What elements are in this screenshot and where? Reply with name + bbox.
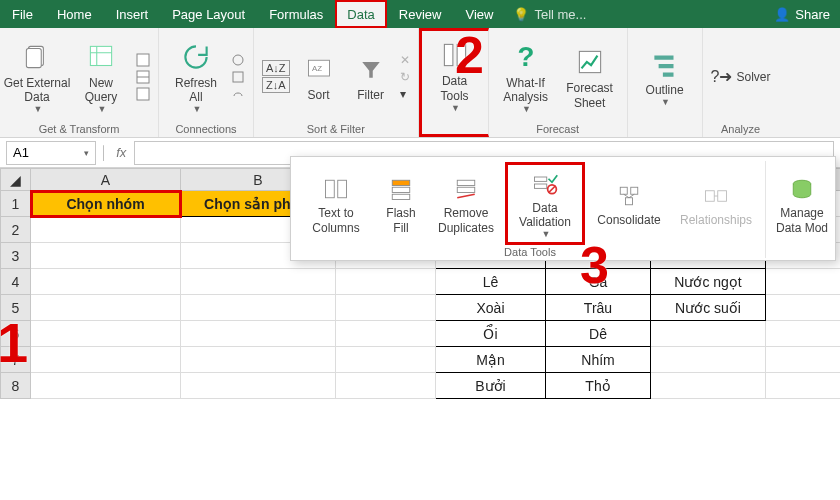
- menu-insert[interactable]: Insert: [104, 0, 161, 28]
- tell-me-search[interactable]: 💡 Tell me...: [513, 0, 586, 28]
- cell-B5[interactable]: [181, 295, 336, 321]
- row-header-8[interactable]: 8: [1, 373, 31, 399]
- cell-A2[interactable]: [31, 217, 181, 243]
- data-tools-button[interactable]: Data Tools ▼: [430, 32, 480, 118]
- ribbon-group-outline: Outline ▼: [628, 28, 703, 137]
- sort-button[interactable]: AZ Sort: [296, 46, 342, 106]
- cell-G8[interactable]: [766, 373, 841, 399]
- menu-home[interactable]: Home: [45, 0, 104, 28]
- cell-A7[interactable]: [31, 347, 181, 373]
- name-box[interactable]: A1 ▾: [6, 141, 96, 165]
- dropdown-caret-icon: ▼: [522, 104, 531, 115]
- cell-G6[interactable]: [766, 321, 841, 347]
- cell-G5[interactable]: [766, 295, 841, 321]
- sort-icon: AZ: [305, 50, 333, 88]
- svg-rect-18: [326, 180, 335, 198]
- cell-E5[interactable]: Trâu: [546, 295, 651, 321]
- cell-F6[interactable]: [651, 321, 766, 347]
- select-all-corner[interactable]: ◢: [1, 169, 31, 191]
- properties-button[interactable]: [231, 70, 245, 84]
- share-label: Share: [795, 7, 830, 22]
- menu-data[interactable]: Data: [335, 0, 386, 28]
- row-header-3[interactable]: 3: [1, 243, 31, 269]
- cell-F7[interactable]: [651, 347, 766, 373]
- cell-C6[interactable]: [336, 321, 436, 347]
- get-external-data-label: Get External Data: [4, 76, 71, 105]
- cell-B4[interactable]: [181, 269, 336, 295]
- cell-C5[interactable]: [336, 295, 436, 321]
- menu-formulas[interactable]: Formulas: [257, 0, 335, 28]
- cell-E4[interactable]: Gà: [546, 269, 651, 295]
- sort-desc-icon: Z↓A: [262, 77, 290, 93]
- remove-duplicates-button[interactable]: Remove Duplicates: [431, 170, 501, 237]
- cell-F8[interactable]: [651, 373, 766, 399]
- row-header-7[interactable]: 7: [1, 347, 31, 373]
- cell-D5[interactable]: Xoài: [436, 295, 546, 321]
- new-query-label: New Query: [85, 76, 118, 105]
- cell-B8[interactable]: [181, 373, 336, 399]
- refresh-all-button[interactable]: Refresh All ▼: [167, 34, 225, 120]
- menu-view[interactable]: View: [453, 0, 505, 28]
- forecast-sheet-button[interactable]: Forecast Sheet: [561, 39, 619, 114]
- edit-links-button[interactable]: [231, 87, 245, 101]
- consolidate-button[interactable]: Consolidate: [589, 177, 669, 229]
- menu-page-layout[interactable]: Page Layout: [160, 0, 257, 28]
- cell-F5[interactable]: Nước suối: [651, 295, 766, 321]
- cell-B7[interactable]: [181, 347, 336, 373]
- cell-E7[interactable]: Nhím: [546, 347, 651, 373]
- dropdown-caret-icon: ▼: [661, 97, 670, 108]
- whatif-analysis-button[interactable]: ? What-If Analysis ▼: [497, 34, 555, 120]
- solver-label: Solver: [736, 70, 770, 84]
- cell-D8[interactable]: Bưởi: [436, 373, 546, 399]
- from-table-button[interactable]: [136, 70, 150, 84]
- show-queries-button[interactable]: [136, 53, 150, 67]
- get-external-data-button[interactable]: Get External Data ▼: [8, 34, 66, 120]
- row-header-4[interactable]: 4: [1, 269, 31, 295]
- row-header-5[interactable]: 5: [1, 295, 31, 321]
- group-label-analyze: Analyze: [711, 121, 771, 135]
- menu-review[interactable]: Review: [387, 0, 454, 28]
- data-validation-button[interactable]: Data Validation ▼: [505, 162, 585, 246]
- share-button[interactable]: 👤 Share: [774, 0, 840, 28]
- manage-data-model-button[interactable]: Manage Data Mod: [772, 170, 832, 237]
- svg-rect-8: [233, 72, 243, 82]
- cell-B6[interactable]: [181, 321, 336, 347]
- cell-D6[interactable]: Ổi: [436, 321, 546, 347]
- cell-E8[interactable]: Thỏ: [546, 373, 651, 399]
- col-header-A[interactable]: A: [31, 169, 181, 191]
- row-header-6[interactable]: 6: [1, 321, 31, 347]
- new-query-button[interactable]: New Query ▼: [72, 34, 130, 120]
- cell-A5[interactable]: [31, 295, 181, 321]
- cell-E6[interactable]: Dê: [546, 321, 651, 347]
- filter-button[interactable]: Filter: [348, 46, 394, 106]
- row-header-2[interactable]: 2: [1, 217, 31, 243]
- cell-F4[interactable]: Nước ngọt: [651, 269, 766, 295]
- flash-fill-button[interactable]: Flash Fill: [375, 170, 427, 237]
- cell-A6[interactable]: [31, 321, 181, 347]
- sort-asc-button[interactable]: A↓Z: [262, 60, 290, 76]
- text-to-columns-button[interactable]: Text to Columns: [301, 170, 371, 237]
- cell-A4[interactable]: [31, 269, 181, 295]
- filter-label: Filter: [357, 88, 384, 102]
- cell-G4[interactable]: [766, 269, 841, 295]
- cell-D7[interactable]: Mận: [436, 347, 546, 373]
- cell-C7[interactable]: [336, 347, 436, 373]
- connections-button[interactable]: [231, 53, 245, 67]
- cell-D4[interactable]: Lê: [436, 269, 546, 295]
- advanced-filter-button[interactable]: ▾: [400, 87, 406, 101]
- cell-G7[interactable]: [766, 347, 841, 373]
- recent-sources-button[interactable]: [136, 87, 150, 101]
- cell-A1[interactable]: Chọn nhóm: [31, 191, 181, 217]
- row-header-1[interactable]: 1: [1, 191, 31, 217]
- menu-file[interactable]: File: [0, 0, 45, 28]
- solver-button[interactable]: ?➜ Solver: [711, 67, 771, 86]
- cell-A8[interactable]: [31, 373, 181, 399]
- fx-button[interactable]: fx: [108, 145, 134, 160]
- solver-icon: ?➜: [711, 67, 733, 86]
- cell-C4[interactable]: [336, 269, 436, 295]
- cell-A3[interactable]: [31, 243, 181, 269]
- cell-C8[interactable]: [336, 373, 436, 399]
- sort-desc-button[interactable]: Z↓A: [262, 77, 290, 93]
- outline-button[interactable]: Outline ▼: [636, 41, 694, 112]
- data-validation-label: Data Validation: [519, 201, 571, 230]
